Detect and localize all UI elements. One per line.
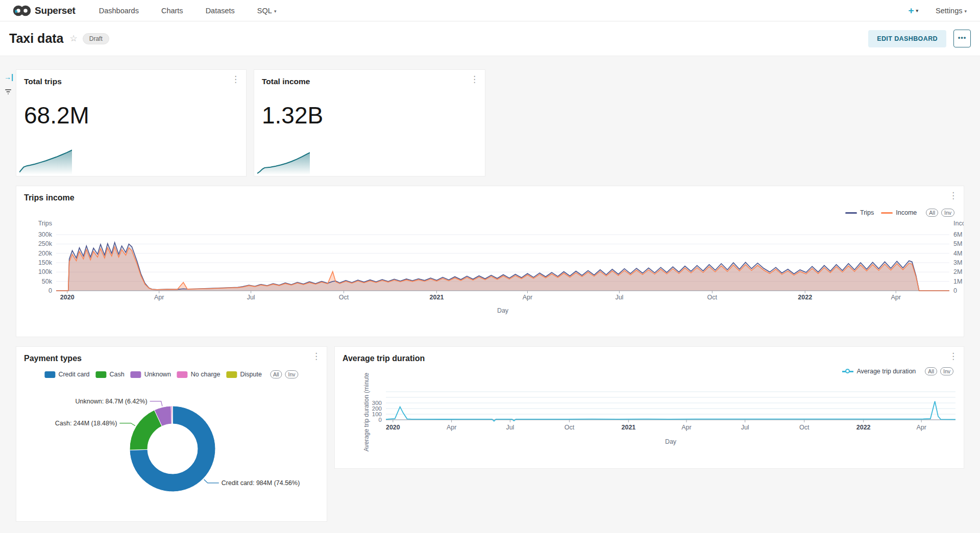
donut-slice-label: Unknown: 84.7M (6.42%) xyxy=(76,398,148,405)
superset-brand[interactable]: Superset xyxy=(13,5,76,16)
axis-tick-label: Jul xyxy=(247,294,255,301)
axis-tick-label: Apr xyxy=(681,424,691,431)
axis-tick-label: Apr xyxy=(523,294,532,301)
total-income-card: Total income ⋮ 1.32B xyxy=(254,70,485,176)
chart-title: Total income xyxy=(262,77,310,86)
favorite-star-icon[interactable]: ☆ xyxy=(70,33,78,44)
axis-tick-label: 100k xyxy=(38,268,53,275)
trendline-sparkline xyxy=(257,144,310,176)
donut-callout-line xyxy=(204,479,219,483)
dashboard-grid: →| Total trips ⋮ 68.2M Total income ⋮ 1.… xyxy=(0,56,980,533)
axis-tick-label: Trips xyxy=(38,220,52,227)
big-number-value: 68.2M xyxy=(24,101,89,129)
total-trips-card: Total trips ⋮ 68.2M xyxy=(16,70,246,176)
axis-tick-label: 2021 xyxy=(430,294,444,301)
big-number-value: 1.32B xyxy=(262,101,323,129)
axis-tick-label: 200k xyxy=(38,250,53,257)
axis-tick-label: 100 xyxy=(372,411,382,417)
new-item-button[interactable]: +▾ xyxy=(908,5,918,16)
kebab-menu-icon[interactable]: ⋮ xyxy=(231,75,240,85)
axis-tick-label: 150k xyxy=(38,259,53,266)
settings-menu[interactable]: Settings▾ xyxy=(936,7,967,15)
axis-tick-label: Apr xyxy=(891,294,900,301)
expand-filter-bar-icon[interactable]: →| xyxy=(4,73,13,81)
more-options-button[interactable]: ••• xyxy=(953,30,971,47)
axis-tick-label: 250k xyxy=(38,240,53,247)
axis-tick-label: 0 xyxy=(48,287,52,294)
nav-sql[interactable]: SQL▾ xyxy=(257,7,277,15)
filter-icon[interactable] xyxy=(4,88,12,98)
axis-tick-label: 0 xyxy=(379,417,382,423)
axis-tick-label: 2020 xyxy=(386,424,400,431)
kebab-menu-icon[interactable]: ⋮ xyxy=(470,75,479,85)
chevron-down-icon: ▾ xyxy=(274,9,277,14)
axis-tick-label: Jul xyxy=(506,424,514,431)
axis-tick-label: 2M xyxy=(953,268,962,275)
top-nav: Superset Dashboards Charts Datasets SQL▾… xyxy=(0,0,980,21)
axis-tick-label: 2022 xyxy=(798,294,812,301)
brand-name: Superset xyxy=(35,5,76,16)
axis-tick-label: Apr xyxy=(916,424,926,431)
axis-tick-label: 2020 xyxy=(60,294,75,301)
nav-datasets[interactable]: Datasets xyxy=(206,7,235,15)
chevron-down-icon: ▾ xyxy=(916,8,919,13)
axis-tick-label: 6M xyxy=(953,231,962,238)
nav-dashboards[interactable]: Dashboards xyxy=(99,7,139,15)
axis-tick-label: Oct xyxy=(799,424,810,431)
trips-income-panel: Trips income ⋮ Trips Income All Inv 0050… xyxy=(16,186,964,337)
donut-callout-line xyxy=(150,401,162,407)
status-badge: Draft xyxy=(83,33,109,44)
axis-tick-label: 300 xyxy=(372,400,382,406)
axis-tick-label: 5M xyxy=(953,240,962,247)
trendline-sparkline xyxy=(19,144,72,176)
axis-tick-label: Oct xyxy=(339,294,349,301)
axis-tick-label: Apr xyxy=(154,294,164,301)
payment-types-donut-chart: Credit card: 984M (74.56%)Cash: 244M (18… xyxy=(16,347,327,521)
axis-tick-label: Jul xyxy=(741,424,749,431)
axis-tick-label: Day xyxy=(497,307,509,314)
trips-income-chart: 0050k1M100k2M150k3M200k4M250k5M300k6MTri… xyxy=(16,186,964,337)
axis-tick-label: Jul xyxy=(615,294,623,301)
donut-callout-line xyxy=(119,423,135,426)
dashboard-header: Taxi data ☆ Draft EDIT DASHBOARD ••• xyxy=(0,21,980,56)
page-title: Taxi data xyxy=(9,31,64,46)
nav-charts[interactable]: Charts xyxy=(161,7,183,15)
donut-slice-label: Cash: 244M (18.48%) xyxy=(55,420,117,427)
axis-tick-label: Oct xyxy=(565,424,575,431)
axis-tick-label: 0 xyxy=(953,287,957,294)
avg-trip-duration-chart: 0100200300Average trip duration (minute2… xyxy=(335,347,964,468)
donut-slice-label: Credit card: 984M (74.56%) xyxy=(222,479,300,487)
chart-title: Total trips xyxy=(24,77,62,86)
trips-area xyxy=(56,242,949,291)
nav-links: Dashboards Charts Datasets SQL▾ xyxy=(99,7,277,15)
axis-tick-label: Day xyxy=(665,438,677,445)
axis-tick-label: 3M xyxy=(953,259,962,266)
axis-tick-label: 4M xyxy=(953,250,962,257)
y-axis-title: Average trip duration (minute xyxy=(363,372,370,451)
axis-tick-label: Apr xyxy=(447,424,456,431)
axis-tick-label: Income xyxy=(953,220,964,227)
chevron-down-icon: ▾ xyxy=(964,9,967,14)
avg-trip-duration-line xyxy=(386,401,955,421)
axis-tick-label: 2022 xyxy=(856,424,871,431)
axis-tick-label: 300k xyxy=(38,231,53,238)
superset-logo xyxy=(13,5,31,16)
axis-tick-label: 200 xyxy=(372,405,382,412)
axis-tick-label: 50k xyxy=(42,278,53,285)
edit-dashboard-button[interactable]: EDIT DASHBOARD xyxy=(868,30,946,47)
axis-tick-label: 1M xyxy=(953,278,962,285)
axis-tick-label: 2021 xyxy=(621,424,635,431)
avg-trip-duration-panel: Average trip duration ⋮ Average trip dur… xyxy=(335,347,964,468)
payment-types-panel: Payment types ⋮ Credit card Cash Unknown… xyxy=(16,347,327,521)
axis-tick-label: Oct xyxy=(707,294,718,301)
